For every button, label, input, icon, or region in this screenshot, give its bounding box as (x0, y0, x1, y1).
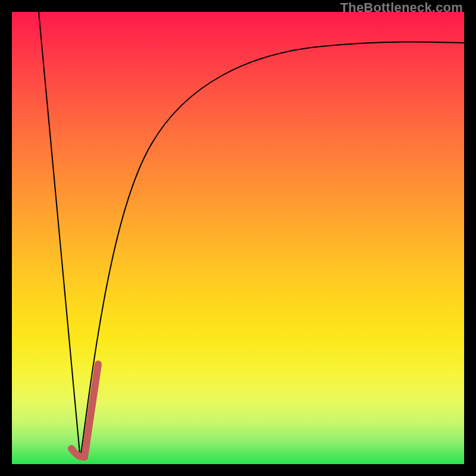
series-right-curve (80, 42, 464, 459)
series-left-line (39, 12, 80, 459)
chart-frame: TheBottleneck.com (0, 0, 476, 476)
chart-curves (12, 12, 464, 464)
watermark-text: TheBottleneck.com (340, 0, 463, 15)
